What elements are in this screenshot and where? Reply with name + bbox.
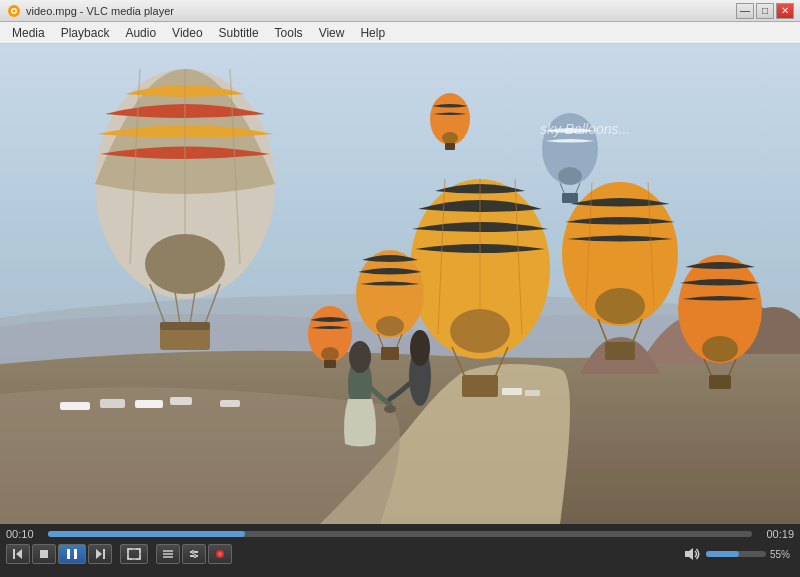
svg-rect-74: [67, 549, 70, 559]
close-button[interactable]: ✕: [776, 3, 794, 19]
minimize-button[interactable]: —: [736, 3, 754, 19]
menu-playback[interactable]: Playback: [53, 24, 118, 42]
next-button[interactable]: [88, 544, 112, 564]
record-button[interactable]: [208, 544, 232, 564]
time-current: 00:10: [6, 528, 42, 540]
progress-fill: [48, 531, 245, 537]
svg-rect-72: [13, 549, 15, 559]
svg-rect-78: [128, 549, 140, 559]
window-title: video.mpg - VLC media player: [26, 5, 736, 17]
svg-rect-70: [0, 44, 800, 524]
playlist-button[interactable]: [156, 544, 180, 564]
menu-bar: Media Playback Audio Video Subtitle Tool…: [0, 22, 800, 44]
svg-point-85: [194, 555, 197, 558]
buttons-row: 55%: [6, 544, 794, 564]
svg-point-2: [13, 9, 16, 12]
window-controls: — □ ✕: [736, 3, 794, 19]
svg-marker-71: [16, 549, 22, 559]
menu-subtitle[interactable]: Subtitle: [211, 24, 267, 42]
maximize-button[interactable]: □: [756, 3, 774, 19]
menu-media[interactable]: Media: [4, 24, 53, 42]
prev-button[interactable]: [6, 544, 30, 564]
progress-area: 00:10 00:19: [6, 528, 794, 540]
svg-rect-73: [40, 550, 48, 558]
menu-audio[interactable]: Audio: [117, 24, 164, 42]
video-display[interactable]: sky Balloons...: [0, 44, 800, 524]
menu-view[interactable]: View: [311, 24, 353, 42]
app-icon: [6, 3, 22, 19]
controls-bar: 00:10 00:19: [0, 524, 800, 577]
svg-marker-88: [685, 548, 693, 560]
volume-area: 55%: [682, 544, 794, 564]
menu-tools[interactable]: Tools: [267, 24, 311, 42]
volume-slider[interactable]: [706, 551, 766, 557]
right-controls: 55%: [682, 544, 794, 564]
svg-rect-75: [74, 549, 77, 559]
volume-label: 55%: [770, 549, 794, 560]
left-controls: [6, 544, 232, 564]
menu-help[interactable]: Help: [352, 24, 393, 42]
extended-button[interactable]: [182, 544, 206, 564]
title-bar: video.mpg - VLC media player — □ ✕: [0, 0, 800, 22]
volume-button[interactable]: [682, 544, 702, 564]
svg-rect-77: [103, 549, 105, 559]
svg-point-84: [192, 551, 195, 554]
menu-video[interactable]: Video: [164, 24, 210, 42]
volume-fill: [706, 551, 739, 557]
svg-point-87: [218, 552, 222, 556]
progress-bar[interactable]: [48, 531, 752, 537]
time-total: 00:19: [758, 528, 794, 540]
stop-button[interactable]: [32, 544, 56, 564]
fullscreen-button[interactable]: [120, 544, 148, 564]
play-pause-button[interactable]: [58, 544, 86, 564]
svg-marker-76: [96, 549, 102, 559]
